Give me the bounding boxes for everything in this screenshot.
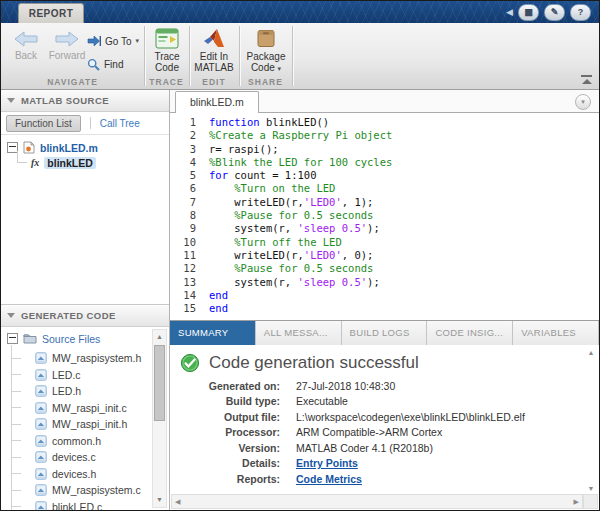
help-icon[interactable]: ? bbox=[570, 4, 591, 21]
code-text: function blinkLED() bbox=[196, 116, 329, 129]
generated-file-item[interactable]: devices.c bbox=[35, 449, 169, 466]
line-number: 1 bbox=[170, 116, 196, 129]
find-button[interactable]: Find bbox=[87, 56, 139, 72]
forward-button[interactable]: Forward bbox=[45, 30, 89, 61]
summary-row-label: Version: bbox=[180, 440, 280, 456]
summary-table: Generated on:27-Jul-2018 10:48:30Build t… bbox=[180, 378, 526, 487]
code-line[interactable]: 12 %Pause for 0.5 seconds bbox=[170, 262, 599, 275]
code-line[interactable]: 11 writeLED(r,'LED0', 0); bbox=[170, 249, 599, 262]
summary-row: Details:Entry Points bbox=[180, 456, 526, 472]
report-tabbar: SUMMARYALL MESSA...BUILD LOGSCODE INSIG.… bbox=[170, 320, 599, 345]
scroll-down-icon[interactable]: ▼ bbox=[588, 485, 595, 492]
summary-row-value: MATLAB Coder 4.1 (R2018b) bbox=[280, 440, 526, 456]
code-line[interactable]: 7 writeLED(r,'LED0', 1); bbox=[170, 196, 599, 209]
tree-elbow-line bbox=[17, 151, 27, 163]
tab-separator bbox=[90, 117, 91, 129]
tab-list-dropdown-button[interactable]: ▾ bbox=[575, 94, 591, 110]
tab-report[interactable]: REPORT bbox=[18, 3, 84, 23]
summary-vertical-scrollbar[interactable]: ▲ ▼ bbox=[585, 349, 597, 492]
report-tab-build-logs[interactable]: BUILD LOGS bbox=[342, 321, 428, 345]
code-file-icon bbox=[35, 352, 47, 364]
tree-item-source-files[interactable]: Source Files bbox=[1, 327, 169, 348]
generated-file-label: MW_raspi_init.h bbox=[52, 418, 127, 430]
line-number: 7 bbox=[170, 196, 196, 209]
code-line[interactable]: 10 %Turn off the LED bbox=[170, 236, 599, 249]
generated-file-item[interactable]: blinkLED.c bbox=[35, 499, 169, 511]
code-line[interactable]: 6 %Turn on the LED bbox=[170, 182, 599, 195]
line-number: 11 bbox=[170, 249, 196, 262]
code-line[interactable]: 2%Create a Raspberry Pi object bbox=[170, 129, 599, 142]
summary-row-value: Entry Points bbox=[280, 456, 526, 472]
generated-file-item[interactable]: LED.h bbox=[35, 383, 169, 400]
generated-code-header[interactable]: GENERATED CODE bbox=[1, 304, 169, 327]
layout-grid-icon[interactable]: ▦ bbox=[518, 4, 539, 21]
line-number: 6 bbox=[170, 182, 196, 195]
tree-item-function[interactable]: fx blinkLED bbox=[7, 155, 169, 170]
generated-file-item[interactable]: MW_raspisystem.h bbox=[35, 350, 169, 367]
summary-link[interactable]: Code Metrics bbox=[296, 473, 362, 485]
goto-dropdown-icon: ▾ bbox=[136, 37, 140, 45]
call-tree-button[interactable]: Call Tree bbox=[100, 118, 140, 129]
code-line[interactable]: 5for count = 1:100 bbox=[170, 169, 599, 182]
tree-item-mfile[interactable]: blinkLED.m bbox=[7, 140, 169, 155]
summary-horizontal-scrollbar[interactable]: ◀ ▶ bbox=[171, 494, 583, 509]
code-text: r= raspi(); bbox=[196, 143, 279, 156]
minimize-toolstrip-button[interactable] bbox=[581, 75, 592, 84]
code-editor[interactable]: 1function blinkLED()2%Create a Raspberry… bbox=[170, 113, 599, 320]
code-line[interactable]: 3r= raspi(); bbox=[170, 143, 599, 156]
report-tab-summary[interactable]: SUMMARY bbox=[170, 321, 256, 345]
collapse-section-icon bbox=[7, 98, 15, 103]
code-line[interactable]: 9 system(r, 'sleep 0.5'); bbox=[170, 222, 599, 235]
summary-row-label: Reports: bbox=[180, 471, 280, 487]
section-label-share: SHARE bbox=[239, 77, 292, 87]
code-line[interactable]: 14end bbox=[170, 289, 599, 302]
generated-file-item[interactable]: MW_raspi_init.c bbox=[35, 400, 169, 417]
scroll-down-icon[interactable]: ▼ bbox=[153, 494, 166, 506]
generated-file-item[interactable]: MW_raspi_init.h bbox=[35, 416, 169, 433]
code-line[interactable]: 13 system(r, 'sleep 0.5'); bbox=[170, 276, 599, 289]
generated-file-item[interactable]: MW_raspisystem.c bbox=[35, 482, 169, 499]
editor-tab-blinkled[interactable]: blinkLED.m bbox=[175, 91, 259, 113]
code-file-icon bbox=[35, 501, 47, 510]
summary-panel: Code generation successful Generated on:… bbox=[170, 345, 599, 510]
code-file-icon bbox=[35, 451, 47, 463]
goto-button[interactable]: Go To ▾ bbox=[87, 33, 139, 49]
editor-tabbar: blinkLED.m ▾ bbox=[170, 90, 599, 113]
generated-file-label: MW_raspisystem.h bbox=[52, 352, 141, 364]
scroll-left-icon[interactable]: ◀ bbox=[175, 498, 180, 506]
back-arrow-icon bbox=[9, 30, 43, 48]
generated-file-item[interactable]: devices.h bbox=[35, 466, 169, 483]
summary-row-value: 27-Jul-2018 10:48:30 bbox=[280, 378, 526, 394]
scroll-up-icon[interactable]: ▲ bbox=[588, 349, 595, 356]
minimize-toolstrip-arrow-icon bbox=[582, 79, 592, 84]
report-tab-code-insig[interactable]: CODE INSIG... bbox=[427, 321, 513, 345]
generated-list-scrollbar[interactable]: ▲ ▼ bbox=[152, 329, 167, 508]
scroll-right-icon[interactable]: ▶ bbox=[574, 498, 579, 506]
summary-link[interactable]: Entry Points bbox=[296, 457, 358, 469]
generated-file-item[interactable]: common.h bbox=[35, 433, 169, 450]
code-line[interactable]: 4%Blink the LED for 100 cycles bbox=[170, 156, 599, 169]
report-tab-all-messa[interactable]: ALL MESSA... bbox=[256, 321, 342, 345]
generated-file-label: blinkLED.c bbox=[52, 501, 102, 510]
find-magnifier-icon bbox=[87, 58, 100, 71]
generated-file-label: LED.c bbox=[52, 369, 81, 381]
code-line[interactable]: 15end bbox=[170, 302, 599, 315]
edit-in-matlab-button[interactable]: Edit In MATLAB bbox=[190, 28, 238, 73]
code-line[interactable]: 8 %Pause for 0.5 seconds bbox=[170, 209, 599, 222]
function-list-button[interactable]: Function List bbox=[6, 115, 81, 132]
code-file-icon bbox=[35, 418, 47, 430]
generated-file-label: LED.h bbox=[52, 385, 81, 397]
code-line[interactable]: 1function blinkLED() bbox=[170, 116, 599, 129]
back-button[interactable]: Back bbox=[9, 30, 43, 61]
matlab-source-header[interactable]: MATLAB SOURCE bbox=[1, 90, 169, 112]
report-tab-variables[interactable]: VARIABLES bbox=[513, 321, 599, 345]
scroll-up-icon[interactable]: ▲ bbox=[153, 331, 166, 343]
chevron-left-icon[interactable]: ◀ bbox=[506, 5, 513, 20]
package-code-button[interactable]: Package Code ▾ bbox=[241, 28, 291, 74]
feedback-pencil-icon[interactable]: ✎ bbox=[544, 4, 565, 21]
package-code-label-line2: Code ▾ bbox=[241, 62, 291, 74]
collapse-expander-icon[interactable] bbox=[7, 333, 18, 344]
scrollbar-thumb[interactable] bbox=[154, 345, 165, 421]
trace-code-button[interactable]: Trace Code bbox=[147, 28, 187, 73]
generated-file-item[interactable]: LED.c bbox=[35, 367, 169, 384]
